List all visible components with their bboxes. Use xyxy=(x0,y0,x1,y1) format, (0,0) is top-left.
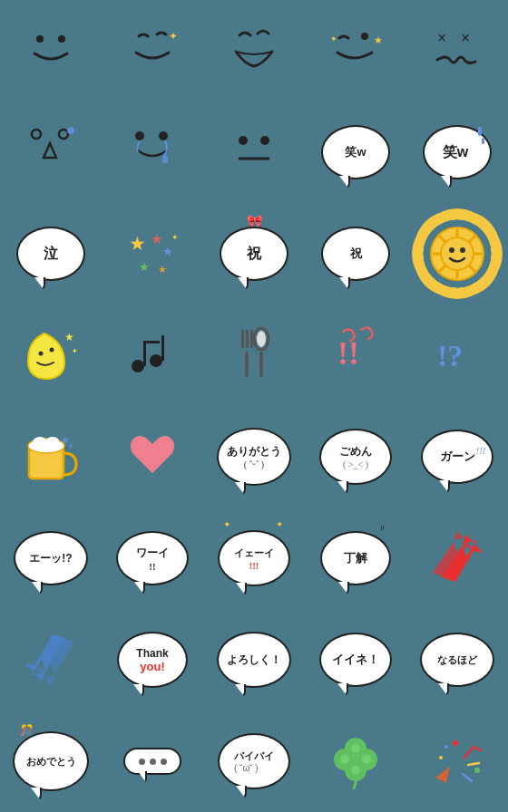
svg-point-1 xyxy=(58,35,65,43)
svg-point-34 xyxy=(460,247,465,253)
cell-r4c2 xyxy=(102,304,203,406)
bubble-cheeui-container: ✦ ✦ イェーイ !!! xyxy=(218,530,290,586)
svg-text:': ' xyxy=(73,650,74,658)
bubble-gaaan-text: ガーン !!! xyxy=(440,449,475,465)
face-grin xyxy=(227,26,281,76)
svg-point-15 xyxy=(239,136,248,145)
svg-point-42 xyxy=(150,354,162,367)
bubble-eeh-text: エーッ!? xyxy=(29,551,72,566)
cell-r3c3: 🎀 祝 xyxy=(203,203,305,304)
bubble-gaaan: ガーン !!! xyxy=(421,430,493,484)
bubble-ryoukai-container: 〃 丁解 xyxy=(320,531,391,585)
cell-r7c4: イイネ！ xyxy=(305,609,406,710)
svg-point-16 xyxy=(260,136,269,145)
svg-point-39 xyxy=(132,360,144,372)
cell-r2c4: 笑w xyxy=(305,102,406,203)
cell-r4c3 xyxy=(203,304,305,406)
face-triangle-sweat xyxy=(22,123,81,181)
bubble-zzz: 祝 xyxy=(321,227,390,281)
svg-text:★: ★ xyxy=(374,34,383,45)
cell-r5c3: ありがとう ( ˆᵕˆ ) xyxy=(203,406,305,508)
cell-r5c1 xyxy=(0,406,102,508)
bubble-laugh: 笑w xyxy=(321,125,390,179)
bubble-gomen-text: ごめん ( >_< ) xyxy=(339,444,372,469)
cell-r4c5: !? xyxy=(406,304,508,406)
svg-point-58 xyxy=(69,444,73,448)
svg-point-50 xyxy=(257,331,266,347)
svg-point-65 xyxy=(351,744,360,753)
cell-r5c2 xyxy=(102,406,203,508)
bubble-cheeui-text: イェーイ !!! xyxy=(234,546,274,571)
cell-r3c2: ★ ★ ★ ★ ★ ✦ xyxy=(102,203,203,304)
bubble-celebrate: 祝 xyxy=(220,227,288,281)
confetti-gift xyxy=(428,730,487,793)
cell-r6c3: ✦ ✦ イェーイ !!! xyxy=(203,508,305,609)
face-smile xyxy=(24,30,78,72)
bubble-iine-text: イイネ！ xyxy=(332,652,379,668)
face-tears xyxy=(123,123,182,181)
heart xyxy=(123,426,182,488)
cell-r7c2: Thank you! xyxy=(102,609,203,710)
svg-point-33 xyxy=(449,247,454,253)
bubble-yoroshiku-text: よろしく！ xyxy=(227,652,281,668)
cell-r2c5: 笑w xyxy=(406,102,508,203)
cell-r8c4 xyxy=(305,710,406,812)
arrows-red xyxy=(428,527,487,590)
cell-r3c1: 泣 xyxy=(0,203,102,304)
cell-r2c2 xyxy=(102,102,203,203)
svg-text:✦: ✦ xyxy=(330,34,337,44)
svg-point-68 xyxy=(362,755,371,764)
exclaim-blue-question: !? xyxy=(428,324,487,387)
svg-text:✦: ✦ xyxy=(171,233,179,242)
typing-dot-2 xyxy=(150,759,156,765)
svg-text:✦: ✦ xyxy=(72,347,78,355)
cell-r2c1 xyxy=(0,102,102,203)
svg-rect-44 xyxy=(245,352,249,377)
bubble-omedetou-container: おめでとう 🎊 xyxy=(13,731,89,791)
cell-r2c3 xyxy=(203,102,305,203)
clover xyxy=(328,730,383,793)
typing-dot-3 xyxy=(161,759,167,765)
moon-face: ★ ✦ xyxy=(19,324,83,387)
cell-r5c5: ガーン !!! xyxy=(406,406,508,508)
bubble-gomen: ごめん ( >_< ) xyxy=(319,429,392,485)
thank-text-en: Thank xyxy=(136,647,168,660)
sparkle-top-left: ✦ xyxy=(223,519,230,529)
bubble-ok-text: 泣 xyxy=(44,245,58,262)
svg-text:★: ★ xyxy=(129,234,146,254)
bubble-naruhodo: なるほど xyxy=(420,633,494,687)
bubble-cry-text: 笑w xyxy=(443,143,468,160)
stars-cluster: ★ ★ ★ ★ ★ ✦ xyxy=(125,225,180,283)
bubble-celebrate-text: 祝 xyxy=(247,245,261,262)
bubble-arigatou: ありがとう ( ˆᵕˆ ) xyxy=(217,428,291,486)
svg-text:×: × xyxy=(437,29,446,47)
bubble-omedetou: おめでとう 🎊 xyxy=(13,731,89,791)
face-x-eyes: × × xyxy=(430,25,484,77)
svg-point-36 xyxy=(50,347,54,352)
sun-face xyxy=(430,227,484,281)
svg-text:✦: ✦ xyxy=(169,30,178,43)
bubble-cry-container: 笑w xyxy=(423,125,492,179)
svg-point-76 xyxy=(439,756,443,759)
svg-marker-73 xyxy=(435,767,450,783)
cell-r6c2: ワーイ !! xyxy=(102,508,203,609)
cell-r7c3: よろしく！ xyxy=(203,609,305,710)
cell-r5c4: ごめん ( >_< ) xyxy=(305,406,406,508)
bubble-typing xyxy=(123,748,181,775)
svg-rect-45 xyxy=(241,330,244,348)
svg-point-3 xyxy=(361,33,368,40)
svg-point-55 xyxy=(33,437,47,448)
cell-r6c4: 〃 丁解 xyxy=(305,508,406,609)
cell-r4c1: ★ ✦ xyxy=(0,304,102,406)
bubble-arigatou-text: ありがとう ( ˆᵕˆ ) xyxy=(227,444,281,469)
bubble-cheeui: イェーイ !!! xyxy=(218,530,290,586)
bubble-yoroshiku: よろしく！ xyxy=(217,632,291,688)
bubble-iine: イイネ！ xyxy=(319,633,392,687)
bubble-baibai-text: バイバイ ( ˘ω˘ ) xyxy=(234,749,274,773)
bubble-celebrate-container: 🎀 祝 xyxy=(220,227,288,281)
svg-point-8 xyxy=(32,130,41,139)
svg-text:★: ★ xyxy=(151,232,162,246)
svg-text:!?: !? xyxy=(437,339,463,372)
cell-r4c4: !! xyxy=(305,304,406,406)
svg-point-32 xyxy=(441,237,474,270)
